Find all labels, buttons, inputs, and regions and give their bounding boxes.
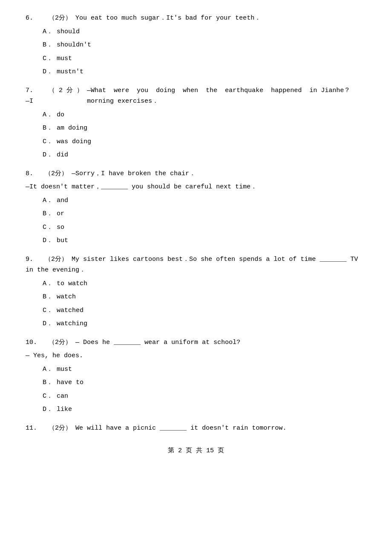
question-8-option-b: B． or bbox=[43, 208, 366, 220]
question-7-option-c: C． was doing bbox=[43, 136, 366, 147]
question-9-option-d: D． watching bbox=[43, 318, 366, 330]
question-10-option-d: D． like bbox=[43, 404, 366, 415]
question-9-option-b: B． watch bbox=[43, 292, 366, 303]
question-10: 10. （2分） — Does he _______ wear a unifor… bbox=[26, 337, 366, 415]
question-8-option-a: A． and bbox=[43, 195, 366, 206]
question-6-option-d: D． mustn't bbox=[43, 66, 366, 78]
question-6-option-c: C． must bbox=[43, 53, 366, 64]
question-8-text2: —It doesn't matter，_______ you should be… bbox=[26, 182, 366, 193]
question-10-text2: — Yes, he does. bbox=[26, 350, 366, 361]
question-10-option-b: B． have to bbox=[43, 377, 366, 388]
question-8-text: 8. （2分） —Sorry，I have broken the chair． bbox=[26, 168, 366, 179]
question-10-text: 10. （2分） — Does he _______ wear a unifor… bbox=[26, 337, 366, 348]
question-9: 9. （2分） My sister likes cartoons best．So… bbox=[26, 254, 366, 330]
question-10-option-c: C． can bbox=[43, 391, 366, 402]
question-10-option-a: A． must bbox=[43, 364, 366, 375]
question-9-option-c: C． watched bbox=[43, 305, 366, 316]
question-6: 6. （2分） You eat too much sugar．It's bad … bbox=[26, 13, 366, 78]
question-7-option-a: A． do bbox=[43, 110, 366, 121]
question-11: 11. （2分） We will have a picnic _______ i… bbox=[26, 423, 366, 434]
question-9-text: 9. （2分） My sister likes cartoons best．So… bbox=[26, 254, 366, 276]
question-6-option-b: B． shouldn't bbox=[43, 40, 366, 51]
question-7-text: 7. （ 2 分 ） —What were you doing when the… bbox=[26, 85, 366, 107]
question-8-option-d: D． but bbox=[43, 235, 366, 246]
question-8: 8. （2分） —Sorry，I have broken the chair． … bbox=[26, 168, 366, 246]
question-7-option-b: B． am doing bbox=[43, 123, 366, 134]
question-7: 7. （ 2 分 ） —What were you doing when the… bbox=[26, 85, 366, 161]
question-8-option-c: C． so bbox=[43, 222, 366, 233]
page-footer: 第 2 页 共 15 页 bbox=[26, 446, 366, 454]
question-6-option-a: A． should bbox=[43, 26, 366, 38]
question-7-option-d: D． did bbox=[43, 150, 366, 161]
question-11-text: 11. （2分） We will have a picnic _______ i… bbox=[26, 423, 366, 434]
question-6-text: 6. （2分） You eat too much sugar．It's bad … bbox=[26, 13, 366, 24]
question-9-option-a: A． to watch bbox=[43, 278, 366, 289]
